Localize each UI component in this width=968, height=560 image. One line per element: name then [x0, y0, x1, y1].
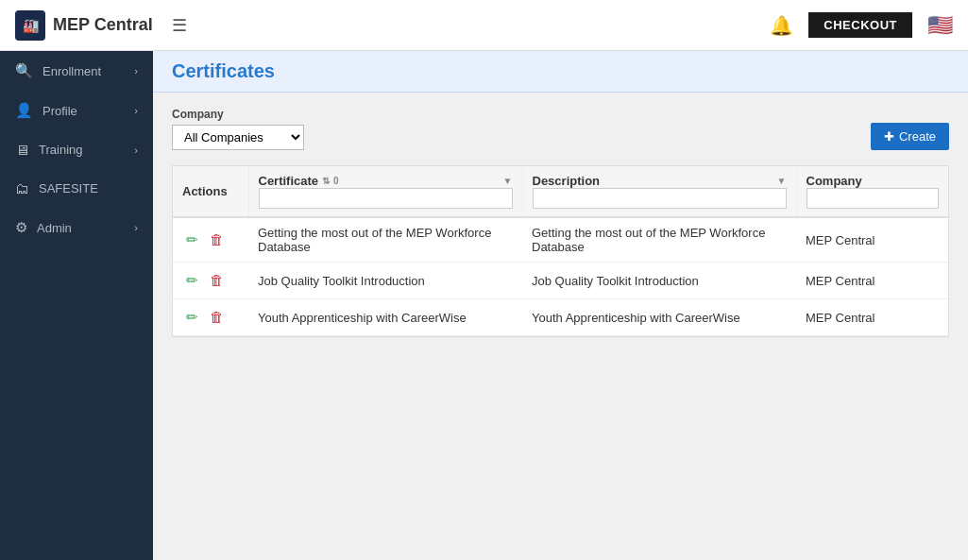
- create-label: Create: [899, 129, 936, 144]
- create-plus-icon: ✚: [884, 129, 894, 144]
- company-filter-label: Company: [172, 108, 304, 121]
- edit-button[interactable]: ✏: [182, 229, 202, 250]
- company-filter-group: Company All Companies: [172, 108, 304, 150]
- table-header-row: Actions Certificate ⇅ 0 ▼: [173, 166, 948, 217]
- certificates-table: Actions Certificate ⇅ 0 ▼: [173, 166, 948, 336]
- delete-button[interactable]: 🗑: [206, 229, 228, 249]
- row-description-cell: Getting the most out of the MEP Workforc…: [522, 217, 796, 263]
- desc-dropdown-icon[interactable]: ▼: [777, 176, 787, 186]
- row-actions-cell: ✏ 🗑: [173, 299, 248, 336]
- filter-row: Company All Companies ✚ Create: [172, 108, 949, 150]
- col-actions-label: Actions: [182, 184, 228, 198]
- row-description-cell: Youth Apprenticeship with CareerWise: [522, 299, 796, 336]
- page-header: Certificates: [153, 51, 968, 93]
- page-title: Certificates: [172, 60, 949, 82]
- col-company-label: Company: [807, 174, 862, 188]
- table-body: ✏ 🗑 Getting the most out of the MEP Work…: [173, 217, 948, 336]
- topnav: 🏭 MEP Central ☰ 🔔 CHECKOUT 🇺🇸: [0, 0, 968, 51]
- app-logo: 🏭 MEP Central: [15, 10, 153, 41]
- enrollment-arrow: ›: [134, 65, 138, 76]
- table-row: ✏ 🗑 Youth Apprenticeship with CareerWise…: [173, 299, 948, 336]
- cert-sort-num: 0: [333, 176, 339, 186]
- row-company-cell: MEP Central: [796, 263, 948, 299]
- sidebar-item-enrollment[interactable]: 🔍 Enrollment ›: [0, 51, 153, 91]
- checkout-button[interactable]: CHECKOUT: [808, 12, 912, 38]
- certificates-table-container: Actions Certificate ⇅ 0 ▼: [172, 165, 949, 337]
- col-header-actions: Actions: [173, 166, 248, 217]
- delete-button[interactable]: 🗑: [206, 307, 228, 327]
- sidebar-label-profile: Profile: [42, 104, 77, 118]
- sidebar-item-profile[interactable]: 👤 Profile ›: [0, 91, 153, 130]
- sidebar-item-admin[interactable]: ⚙ Admin ›: [0, 208, 153, 247]
- edit-button[interactable]: ✏: [182, 307, 202, 328]
- profile-icon: 👤: [15, 102, 33, 119]
- row-certificate-cell: Job Quality Toolkit Introduction: [248, 263, 522, 299]
- enrollment-icon: 🔍: [15, 62, 33, 79]
- admin-arrow: ›: [134, 222, 138, 233]
- row-description-cell: Job Quality Toolkit Introduction: [522, 263, 796, 299]
- training-arrow: ›: [134, 144, 138, 156]
- profile-arrow: ›: [134, 105, 138, 116]
- create-button[interactable]: ✚ Create: [871, 123, 949, 150]
- sidebar-label-safesite: SAFESITE: [39, 181, 98, 195]
- training-icon: 🖥: [15, 142, 29, 158]
- sidebar-label-admin: Admin: [37, 221, 72, 235]
- sidebar-label-enrollment: Enrollment: [42, 64, 101, 78]
- logo-icon: 🏭: [15, 10, 45, 41]
- col-header-company: Company: [796, 166, 948, 217]
- col-header-certificate: Certificate ⇅ 0 ▼: [248, 166, 522, 217]
- row-actions-cell: ✏ 🗑: [173, 217, 248, 263]
- col-header-description: Description ▼: [522, 166, 796, 217]
- sidebar-label-training: Training: [39, 143, 82, 157]
- delete-button[interactable]: 🗑: [206, 270, 228, 290]
- desc-filter-input[interactable]: [533, 188, 787, 209]
- safesite-icon: 🗂: [15, 180, 29, 196]
- cert-dropdown-icon[interactable]: ▼: [503, 176, 513, 186]
- cert-filter-input[interactable]: [259, 188, 513, 209]
- row-actions-cell: ✏ 🗑: [173, 263, 248, 299]
- table-row: ✏ 🗑 Job Quality Toolkit Introduction Job…: [173, 263, 948, 299]
- company-filter-select[interactable]: All Companies: [172, 125, 304, 150]
- hamburger-icon[interactable]: ☰: [172, 15, 187, 36]
- company-filter-input[interactable]: [807, 188, 940, 209]
- cert-sort-icon[interactable]: ⇅: [322, 176, 330, 186]
- main-content: Certificates Company All Companies ✚ Cre…: [153, 51, 968, 560]
- sidebar: 🔍 Enrollment › 👤 Profile › 🖥 Training › …: [0, 51, 153, 560]
- sidebar-item-safesite[interactable]: 🗂 SAFESITE: [0, 169, 153, 208]
- flag-icon[interactable]: 🇺🇸: [927, 13, 953, 38]
- content-area: Company All Companies ✚ Create: [153, 93, 968, 352]
- row-company-cell: MEP Central: [796, 299, 948, 336]
- col-desc-label: Description: [533, 174, 601, 188]
- edit-button[interactable]: ✏: [182, 270, 202, 291]
- col-cert-label: Certificate: [259, 174, 319, 188]
- row-certificate-cell: Getting the most out of the MEP Workforc…: [248, 217, 522, 263]
- sidebar-item-training[interactable]: 🖥 Training ›: [0, 130, 153, 169]
- bell-icon[interactable]: 🔔: [770, 14, 793, 37]
- admin-icon: ⚙: [15, 219, 27, 236]
- table-row: ✏ 🗑 Getting the most out of the MEP Work…: [173, 217, 948, 263]
- app-name: MEP Central: [53, 15, 153, 35]
- row-certificate-cell: Youth Apprenticeship with CareerWise: [248, 299, 522, 336]
- main-layout: 🔍 Enrollment › 👤 Profile › 🖥 Training › …: [0, 51, 968, 560]
- row-company-cell: MEP Central: [796, 217, 948, 263]
